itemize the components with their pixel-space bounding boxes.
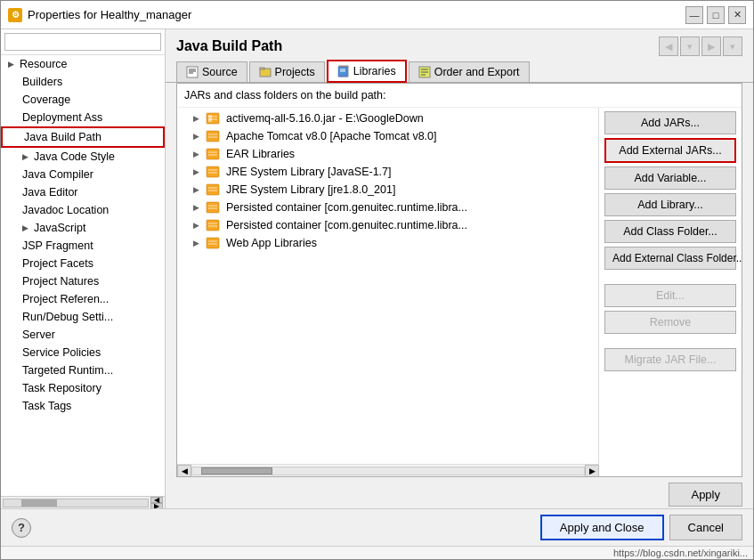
libraries-tab-icon	[337, 65, 350, 77]
tab-order-export[interactable]: Order and Export	[409, 61, 530, 82]
add-variable-button[interactable]: Add Variable...	[604, 166, 736, 190]
apply-row: Apply	[166, 477, 753, 508]
sidebar-item-label: Task Tags	[22, 400, 71, 412]
sidebar-item-builders[interactable]: Builders	[1, 73, 165, 91]
sidebar-item-jsp-fragment[interactable]: JSP Fragment	[1, 237, 165, 255]
tree-item[interactable]: ▶ JRE System Library [JavaSE-1.7]	[177, 163, 598, 181]
order-export-tab-icon	[418, 66, 431, 78]
sidebar-item-targeted-runtime[interactable]: Targeted Runtim...	[1, 361, 165, 379]
tree-item[interactable]: ▶ EAR Libraries	[177, 145, 598, 163]
sidebar-item-label: Java Build Path	[24, 131, 101, 143]
add-external-jars-button[interactable]: Add External JARs...	[604, 138, 736, 163]
sidebar-item-java-editor[interactable]: Java Editor	[1, 183, 165, 201]
migrate-jar-button[interactable]: Migrate JAR File...	[604, 348, 736, 371]
tree-item[interactable]: ▶ Web App Libraries	[177, 234, 598, 252]
tab-libraries[interactable]: Libraries	[327, 60, 407, 83]
sidebar-search-input[interactable]	[4, 33, 161, 51]
url-text: https://blog.csdn.net/xingariki...	[613, 548, 748, 558]
tree-item[interactable]: ▶ Persisted container [com.genuitec.runt…	[177, 199, 598, 216]
svg-rect-36	[207, 238, 219, 248]
svg-rect-5	[260, 68, 264, 69]
tree-item-label: Web App Libraries	[226, 237, 317, 249]
sidebar-item-label: Java Compiler	[22, 168, 93, 181]
sidebar-item-project-facets[interactable]: Project Facets	[1, 255, 165, 272]
tree-item[interactable]: ▶ Apache Tomcat v8.0 [Apache Tomcat v8.0…	[177, 127, 598, 145]
add-jars-button[interactable]: Add JARs...	[604, 111, 736, 134]
tree-expand-arrow: ▶	[193, 239, 202, 248]
sidebar-item-java-compiler[interactable]: Java Compiler	[1, 166, 165, 183]
tree-expand-arrow: ▶	[193, 150, 202, 158]
sidebar-item-deployment[interactable]: Deployment Ass	[1, 109, 165, 126]
add-external-class-folder-button[interactable]: Add External Class Folder...	[604, 247, 736, 270]
help-button[interactable]: ?	[12, 518, 31, 538]
tree-item-label: Persisted container [com.genuitec.runtim…	[226, 201, 467, 214]
sidebar-item-resource[interactable]: ▶ Resource	[1, 55, 165, 73]
sidebar-item-label: Project Facets	[22, 257, 93, 270]
minimize-button[interactable]: —	[685, 6, 703, 24]
sidebar-item-java-build-path[interactable]: Java Build Path	[1, 126, 165, 148]
svg-rect-27	[207, 184, 219, 195]
tree-item[interactable]: ▶ activemq-all-5.16.0.jar -	[177, 110, 598, 127]
sidebar-list: ▶ Resource Builders Coverage Deployment …	[1, 55, 165, 496]
sidebar-item-coverage[interactable]: Coverage	[1, 91, 165, 109]
svg-rect-15	[208, 115, 212, 122]
sidebar-item-server[interactable]: Server	[1, 326, 165, 344]
sidebar-item-label: Java Code Style	[34, 150, 115, 163]
add-library-button[interactable]: Add Library...	[604, 193, 736, 216]
tab-source[interactable]: Source	[176, 61, 247, 82]
window-controls: — □ ✕	[685, 6, 746, 24]
sidebar-item-label: Javadoc Location	[22, 204, 109, 216]
sidebar-item-task-tags[interactable]: Task Tags	[1, 397, 165, 415]
maximize-button[interactable]: □	[707, 6, 725, 24]
edit-button[interactable]: Edit...	[604, 284, 736, 307]
tree-expand-arrow: ▶	[193, 185, 202, 194]
sidebar-item-label: Resource	[20, 58, 68, 70]
sidebar-item-javascript[interactable]: ▶ JavaScript	[1, 219, 165, 237]
add-class-folder-button[interactable]: Add Class Folder...	[604, 220, 736, 243]
sidebar-item-javadoc[interactable]: Javadoc Location	[1, 201, 165, 219]
tree-item-label: JRE System Library [jre1.8.0_201]	[226, 183, 395, 196]
remove-button[interactable]: Remove	[604, 311, 736, 334]
sidebar-item-label: JavaScript	[34, 222, 85, 234]
properties-window: ⚙ Properties for Healthy_manager — □ ✕ ▶…	[0, 0, 754, 560]
window-title: Properties for Healthy_manager	[28, 8, 685, 21]
tab-libraries-label: Libraries	[353, 65, 396, 77]
tab-source-label: Source	[202, 66, 238, 78]
tree-expand-arrow: ▶	[193, 132, 202, 141]
content-main: ▶ activemq-all-5.16.0.jar -	[177, 108, 742, 476]
sidebar-item-run-debug[interactable]: Run/Debug Setti...	[1, 308, 165, 326]
svg-rect-0	[187, 67, 198, 77]
tabs-bar: Source Projects	[166, 60, 753, 83]
tree-item[interactable]: ▶ Persisted container [com.genuitec.runt…	[177, 216, 598, 234]
sidebar-item-project-reference[interactable]: Project Referen...	[1, 290, 165, 308]
tree-item-label: Persisted container [com.genuitec.runtim…	[226, 219, 467, 231]
footer-left: ?	[12, 518, 31, 538]
apply-button[interactable]: Apply	[669, 483, 742, 507]
apply-close-button[interactable]: Apply and Close	[540, 515, 664, 540]
tab-order-export-label: Order and Export	[434, 66, 520, 78]
tree-item-label: Apache Tomcat v8.0 [Apache Tomcat v8.0]	[226, 130, 436, 142]
sidebar-item-task-repository[interactable]: Task Repository	[1, 379, 165, 397]
sidebar-item-project-natures[interactable]: Project Natures	[1, 272, 165, 290]
tree-item-label: JRE System Library [JavaSE-1.7]	[226, 166, 391, 178]
tree-item-label: EAR Libraries	[226, 148, 295, 160]
cancel-button[interactable]: Cancel	[669, 515, 742, 540]
main-content: ▶ Resource Builders Coverage Deployment …	[1, 29, 753, 508]
forward-dropdown-button[interactable]: ▾	[723, 37, 742, 56]
sidebar-hscrollbar[interactable]: ◀ ▶	[1, 496, 165, 508]
sidebar-item-service-policies[interactable]: Service Policies	[1, 344, 165, 361]
forward-button[interactable]: ▶	[701, 37, 721, 56]
sidebar-item-label: Coverage	[22, 93, 70, 106]
back-button[interactable]: ◀	[659, 37, 678, 56]
tree-item[interactable]: ▶ JRE System Library [jre1.8.0_201]	[177, 181, 598, 199]
tab-projects[interactable]: Projects	[249, 61, 325, 82]
close-button[interactable]: ✕	[728, 6, 746, 24]
dropdown-button[interactable]: ▾	[680, 37, 700, 56]
expand-arrow: ▶	[8, 60, 14, 69]
panel-header: Java Build Path ◀ ▾ ▶ ▾	[166, 29, 753, 60]
tree-hscrollbar[interactable]: ◀ ▶	[177, 464, 599, 476]
sidebar-item-label: Targeted Runtim...	[22, 364, 113, 377]
svg-rect-30	[207, 202, 219, 213]
panel-title: Java Build Path	[176, 38, 282, 54]
sidebar-item-java-code-style[interactable]: ▶ Java Code Style	[1, 148, 165, 166]
